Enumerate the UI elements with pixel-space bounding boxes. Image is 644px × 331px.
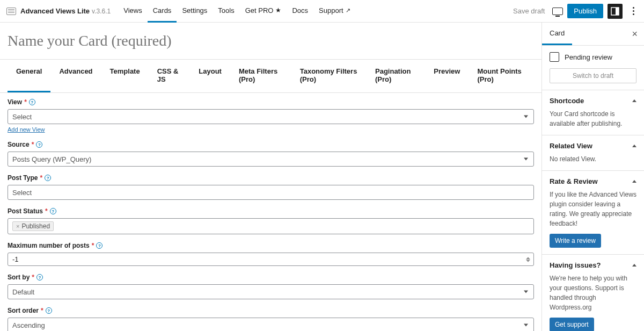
close-icon[interactable]: × <box>628 26 641 42</box>
number-stepper[interactable] <box>526 257 530 262</box>
required-icon: * <box>32 274 34 281</box>
info-icon[interactable]: ? <box>50 208 56 214</box>
max-posts-label: Maximum number of posts <box>8 242 90 249</box>
required-icon: * <box>32 141 34 148</box>
required-icon: * <box>92 242 94 249</box>
tab-template[interactable]: Template <box>101 60 149 92</box>
main-column: General Advanced Template CSS & JS Layou… <box>0 23 542 331</box>
info-icon[interactable]: ? <box>45 175 51 181</box>
sort-by-label: Sort by <box>8 274 30 281</box>
app-logo-icon <box>6 8 16 15</box>
panel-toggle-icon[interactable] <box>608 4 623 19</box>
tab-pagination[interactable]: Pagination (Pro) <box>367 60 425 92</box>
external-link-icon: ↗ <box>346 7 350 14</box>
tab-preview[interactable]: Preview <box>425 60 469 92</box>
nav-cards[interactable]: Cards <box>148 0 177 23</box>
field-post-status: Post Status * ? ×Published <box>8 207 534 234</box>
add-new-view-link[interactable]: Add new View <box>8 126 45 133</box>
sidebar-related-view: Related View No related View. <box>542 135 644 171</box>
post-status-chip[interactable]: ×Published <box>12 221 54 231</box>
source-select[interactable]: Posts Query (WP_Query) <box>8 152 534 167</box>
required-icon: * <box>40 174 42 182</box>
sort-by-select[interactable]: Default <box>8 284 534 299</box>
required-icon: * <box>45 207 48 215</box>
post-type-label: Post Type <box>8 174 38 182</box>
post-status-select[interactable]: ×Published <box>8 218 534 234</box>
issues-text: We're here to help you with your questio… <box>550 274 636 312</box>
source-label: Source <box>8 141 30 148</box>
remove-chip-icon[interactable]: × <box>16 223 19 229</box>
shortcode-text: Your Card shortcode is available after p… <box>550 109 636 128</box>
sidebar-tab-card[interactable]: Card <box>542 23 572 45</box>
nav-tools[interactable]: Tools <box>213 0 239 23</box>
max-posts-input[interactable]: -1 <box>8 253 534 266</box>
pending-review-label: Pending review <box>565 53 612 61</box>
issues-heading[interactable]: Having issues? <box>550 261 636 269</box>
tab-general[interactable]: General <box>8 60 50 92</box>
star-icon: ★ <box>275 6 281 14</box>
form-area: View * ? Select Add new View Source * ? … <box>0 93 541 331</box>
tab-layout[interactable]: Layout <box>190 60 230 92</box>
get-support-button[interactable]: Get support <box>550 318 594 331</box>
post-type-select[interactable]: Select <box>8 185 534 200</box>
title-area <box>0 23 541 60</box>
tab-css-js[interactable]: CSS & JS <box>149 60 191 92</box>
view-label: View <box>8 98 22 106</box>
card-title-input[interactable] <box>8 32 534 49</box>
sidebar-rate-review: Rate & Review If you like the Advanced V… <box>542 171 644 255</box>
sidebar-shortcode: Shortcode Your Card shortcode is availab… <box>542 90 644 135</box>
shortcode-heading[interactable]: Shortcode <box>550 97 636 105</box>
nav-settings[interactable]: Settings <box>177 0 213 23</box>
tab-mount-points[interactable]: Mount Points (Pro) <box>469 60 534 92</box>
required-icon: * <box>41 307 43 314</box>
tab-taxonomy-filters[interactable]: Taxonomy Filters (Pro) <box>291 60 367 92</box>
related-view-heading[interactable]: Related View <box>550 142 636 150</box>
tab-advanced[interactable]: Advanced <box>50 60 101 92</box>
write-review-button[interactable]: Write a review <box>550 234 601 248</box>
sort-order-label: Sort order <box>8 307 39 314</box>
chevron-up-icon <box>632 99 636 102</box>
main-wrap: General Advanced Template CSS & JS Layou… <box>0 23 644 331</box>
related-view-text: No related View. <box>550 154 636 164</box>
top-left: Advanced Views Lite v.3.6.1 Views Cards … <box>6 0 356 23</box>
preview-icon[interactable] <box>552 8 563 15</box>
sidebar-tabs: Card × <box>542 23 644 46</box>
svg-rect-1 <box>616 8 619 15</box>
info-icon[interactable]: ? <box>96 242 103 249</box>
field-sort-order: Sort order * ? Ascending <box>8 307 534 331</box>
info-icon[interactable]: ? <box>29 99 35 105</box>
tab-meta-filters[interactable]: Meta Filters (Pro) <box>230 60 291 92</box>
info-icon[interactable]: ? <box>36 274 43 280</box>
chevron-up-icon <box>632 180 636 183</box>
sidebar-status: Pending review Switch to draft <box>542 46 644 90</box>
pending-review-checkbox[interactable] <box>550 52 559 62</box>
nav-views[interactable]: Views <box>118 0 147 23</box>
rate-review-heading[interactable]: Rate & Review <box>550 177 636 185</box>
field-sort-by: Sort by * ? Default <box>8 274 534 299</box>
field-max-posts: Maximum number of posts * ? -1 <box>8 242 534 266</box>
nav-docs[interactable]: Docs <box>287 0 313 23</box>
save-draft-button[interactable]: Save draft <box>510 5 548 17</box>
view-select[interactable]: Select <box>8 109 534 124</box>
sidebar-issues: Having issues? We're here to help you wi… <box>542 255 644 331</box>
app-version: v.3.6.1 <box>92 8 111 15</box>
info-icon[interactable]: ? <box>36 141 42 148</box>
sort-order-select[interactable]: Ascending <box>8 318 534 331</box>
info-icon[interactable]: ? <box>46 307 52 314</box>
app-title: Advanced Views Lite <box>20 7 90 15</box>
top-right: Save draft Publish <box>510 4 640 19</box>
form-tabs: General Advanced Template CSS & JS Layou… <box>0 60 541 93</box>
nav-get-pro[interactable]: Get PRO★ <box>240 0 287 23</box>
required-icon: * <box>24 98 27 106</box>
top-bar: Advanced Views Lite v.3.6.1 Views Cards … <box>0 0 644 23</box>
field-source: Source * ? Posts Query (WP_Query) <box>8 141 534 167</box>
chevron-up-icon <box>632 145 636 147</box>
post-status-label: Post Status <box>8 207 43 215</box>
nav-support[interactable]: Support↗ <box>313 0 356 23</box>
field-post-type: Post Type * ? Select <box>8 174 534 200</box>
field-view: View * ? Select Add new View <box>8 98 534 133</box>
sidebar: Card × Pending review Switch to draft Sh… <box>542 23 644 331</box>
switch-to-draft-button[interactable]: Switch to draft <box>550 68 636 83</box>
publish-button[interactable]: Publish <box>567 4 603 18</box>
more-options-icon[interactable] <box>627 5 640 18</box>
